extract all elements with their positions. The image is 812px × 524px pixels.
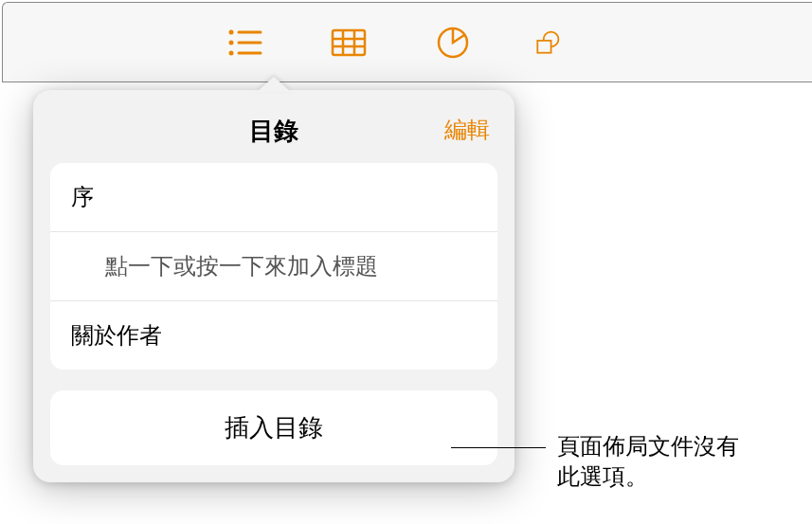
popover-arrow [257, 77, 291, 92]
toc-popover: 目錄 編輯 序 點一下或按一下來加入標題 關於作者 插入目錄 [33, 90, 514, 482]
callout-line-1: 頁面佈局文件沒有 [557, 431, 739, 461]
list-icon[interactable] [221, 19, 268, 66]
toc-item[interactable]: 關於作者 [50, 301, 497, 370]
shape-icon[interactable] [533, 19, 562, 66]
toc-list: 序 點一下或按一下來加入標題 關於作者 [50, 163, 497, 370]
callout-leader-line [451, 447, 546, 448]
svg-point-0 [229, 29, 234, 34]
popover-header: 目錄 編輯 [50, 107, 497, 163]
svg-rect-13 [537, 40, 550, 52]
svg-point-2 [229, 40, 234, 45]
svg-rect-6 [333, 30, 365, 55]
popover-title: 目錄 [249, 117, 298, 145]
toc-item[interactable]: 序 [50, 163, 497, 232]
edit-button[interactable]: 編輯 [444, 115, 490, 145]
svg-point-4 [229, 50, 234, 55]
chart-icon[interactable] [429, 19, 477, 66]
table-icon[interactable] [325, 19, 372, 66]
callout-text: 頁面佈局文件沒有 此選項。 [557, 431, 739, 493]
insert-toc-button[interactable]: 插入目錄 [50, 390, 497, 465]
callout-line-2: 此選項。 [557, 461, 739, 492]
toc-item[interactable]: 點一下或按一下來加入標題 [50, 232, 497, 301]
toolbar [2, 2, 812, 82]
